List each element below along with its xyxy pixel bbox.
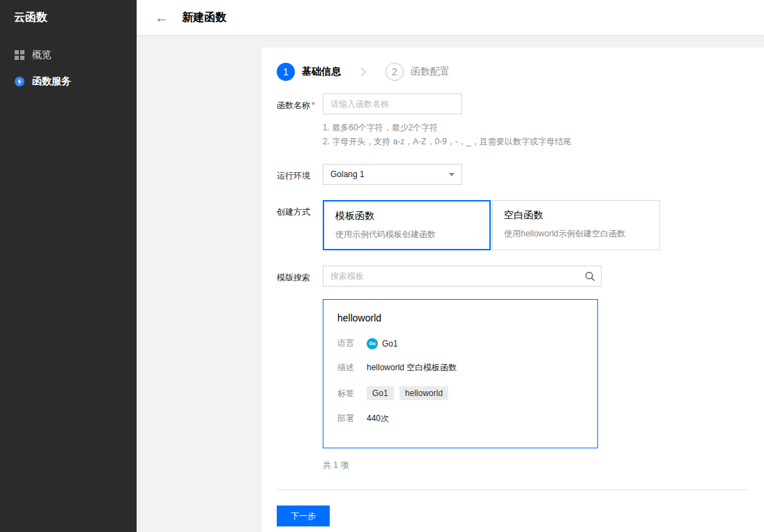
next-step-button[interactable]: 下一步 (277, 506, 330, 526)
hint-line-1: 1. 最多60个字符，最少2个字符 (323, 121, 572, 135)
desc-value: helloworld 空白模板函数 (367, 362, 457, 374)
step-1-label: 基础信息 (302, 66, 341, 78)
sidebar-item-overview[interactable]: 概览 (0, 42, 137, 68)
deploy-value: 440次 (367, 413, 389, 425)
search-icon[interactable] (579, 266, 601, 286)
overview-grid-icon (14, 50, 25, 61)
required-mark: * (312, 100, 315, 110)
runtime-select[interactable]: Golang 1 (323, 164, 462, 185)
template-tags-row: 标签 Go1 helloworld (337, 386, 583, 400)
step-indicator: 1 基础信息 2 函数配置 (277, 63, 749, 81)
runtime-row: 运行环境 Golang 1 (277, 164, 749, 185)
template-search-row: 模版搜索 (277, 266, 749, 287)
step-2-label: 函数配置 (411, 66, 450, 78)
chevron-down-icon (449, 173, 454, 176)
template-result-row: helloworld 语言 Go Go1 描述 helloworld 空白模板函… (277, 299, 749, 448)
total-count: 共 1 项 (323, 459, 749, 471)
page-header: ← 新建函数 (137, 0, 764, 35)
method-card-title: 模板函数 (335, 210, 478, 222)
function-service-icon (14, 76, 25, 87)
sidebar-item-label: 概览 (32, 49, 52, 61)
creation-method-row: 创建方式 模板函数 使用示例代码模板创建函数 空白函数 使用helloworld… (277, 200, 749, 250)
main-area: 1 基础信息 2 函数配置 函数名称* 1. 最多60个字符，最少2个字符 2.… (137, 35, 764, 532)
tags-label: 标签 (337, 388, 356, 400)
step-1-circle: 1 (277, 63, 295, 81)
footer-divider (277, 489, 749, 490)
deploy-label: 部署 (337, 413, 356, 425)
template-desc-row: 描述 helloworld 空白模板函数 (337, 362, 583, 374)
tag-chip: Go1 (367, 386, 394, 400)
template-title: helloworld (337, 312, 583, 324)
method-card-desc: 使用示例代码模板创建函数 (335, 229, 478, 241)
product-title: 云函数 (0, 0, 137, 35)
function-name-hints: 1. 最多60个字符，最少2个字符 2. 字母开头，支持 a-z，A-Z，0-9… (323, 121, 572, 149)
tag-chip: helloworld (399, 386, 448, 400)
language-value: Go1 (382, 339, 398, 349)
runtime-selected-value: Golang 1 (330, 169, 365, 179)
sidebar-menu: 概览 函数服务 (0, 42, 137, 95)
create-function-card: 1 基础信息 2 函数配置 函数名称* 1. 最多60个字符，最少2个字符 2.… (261, 47, 764, 532)
page-title: 新建函数 (182, 10, 227, 25)
creation-method-label: 创建方式 (277, 200, 323, 250)
template-search-label: 模版搜索 (277, 266, 323, 287)
creation-method-options: 模板函数 使用示例代码模板创建函数 空白函数 使用helloworld示例创建空… (323, 200, 660, 250)
desc-label: 描述 (337, 362, 356, 374)
template-language-row: 语言 Go Go1 (337, 337, 583, 349)
back-arrow-icon[interactable]: ← (155, 11, 168, 24)
go-language-icon: Go (367, 338, 378, 349)
step-2-circle: 2 (385, 63, 404, 81)
function-name-row: 函数名称* 1. 最多60个字符，最少2个字符 2. 字母开头，支持 a-z，A… (277, 93, 749, 149)
hint-line-2: 2. 字母开头，支持 a-z，A-Z，0-9，-，_，且需要以数字或字母结尾 (323, 135, 572, 149)
runtime-label: 运行环境 (277, 164, 323, 185)
template-search-box (323, 266, 602, 287)
tags-wrap: Go1 helloworld (367, 386, 452, 400)
method-card-title: 空白函数 (504, 209, 648, 222)
method-card-desc: 使用helloworld示例创建空白函数 (504, 228, 648, 240)
template-deploy-row: 部署 440次 (337, 413, 583, 425)
language-label: 语言 (337, 337, 356, 349)
method-card-blank[interactable]: 空白函数 使用helloworld示例创建空白函数 (492, 200, 660, 250)
sidebar: 云函数 概览 函数服务 (0, 0, 137, 532)
template-card-helloworld[interactable]: helloworld 语言 Go Go1 描述 helloworld 空白模板函… (323, 299, 598, 448)
sidebar-item-label: 函数服务 (32, 75, 71, 88)
function-name-label: 函数名称* (277, 93, 323, 149)
function-name-input[interactable] (323, 93, 462, 114)
template-search-input[interactable] (323, 266, 579, 286)
sidebar-item-function-service[interactable]: 函数服务 (0, 68, 137, 95)
method-card-template[interactable]: 模板函数 使用示例代码模板创建函数 (323, 200, 491, 250)
template-result-spacer (277, 299, 323, 448)
step-chevron-icon (360, 67, 366, 77)
language-value-wrap: Go Go1 (367, 338, 398, 349)
